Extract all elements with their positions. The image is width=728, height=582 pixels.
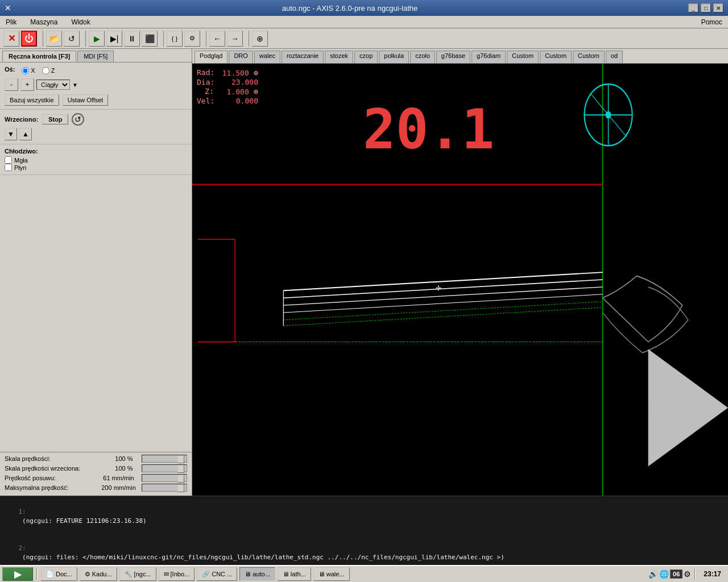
speed-scale-slider[interactable] <box>142 455 187 463</box>
vtab-walec[interactable]: walec <box>254 51 280 63</box>
cursor-position: ✛ <box>436 284 441 292</box>
vtab-custom1[interactable]: Custom <box>507 51 539 63</box>
minimize-button[interactable]: _ <box>688 3 698 13</box>
viewport: Rad: 11.500 ⊕ Dia: 23.000 Z: 1.000 ⊕ <box>192 64 728 496</box>
spindle-scale-label: Skala prędkości wrzeciona: <box>5 465 96 472</box>
vtab-czolo[interactable]: czolo <box>410 51 435 63</box>
vtab-custom2[interactable]: Custom <box>540 51 572 63</box>
spindle-scale-row: Skala prędkości wrzeciona: 100 % <box>5 464 187 472</box>
pause-button[interactable]: ⏸ <box>124 31 140 47</box>
dro-rad-row: Rad: 11.500 ⊕ <box>197 68 258 77</box>
vtab-dro[interactable]: DRO <box>229 51 253 63</box>
vtab-g76diam[interactable]: g76diam <box>471 51 506 63</box>
vtab-czop[interactable]: czop <box>354 51 378 63</box>
step-button[interactable]: ▶| <box>106 31 122 47</box>
axis-x-radio[interactable]: X <box>22 67 35 74</box>
taskbar-app-8[interactable]: 🖥 wale... <box>313 567 350 581</box>
taskbar-app-6[interactable]: 🖥 auto... <box>239 567 275 581</box>
jog-mode-select[interactable]: Ciągły Krok MPG <box>36 80 70 90</box>
jog-dropdown-icon: ▼ <box>72 82 78 88</box>
spindle-scale-value: 100 % <box>105 465 133 472</box>
jog-minus-button[interactable]: - <box>5 78 18 91</box>
app4-icon: ✉ <box>164 571 169 578</box>
move-right-button[interactable]: → <box>227 31 243 47</box>
app-icon: ✕ <box>5 3 11 13</box>
open-file-button[interactable]: 📂 <box>46 31 62 47</box>
stop-button[interactable]: ⬛ <box>142 31 158 47</box>
toolbar-separator-2 <box>82 31 86 47</box>
tab-mdi[interactable]: MDI [F5] <box>77 51 114 62</box>
speed-scale-thumb[interactable] <box>177 455 184 463</box>
title-buttons: _ □ ✕ <box>688 3 723 13</box>
start-button[interactable]: ▶ <box>2 567 33 581</box>
dro-vel-label: Vel: <box>197 97 214 105</box>
ustaw-offset-button[interactable]: Ustaw Offset <box>63 94 109 106</box>
app8-icon: 🖥 <box>318 571 325 577</box>
app1-icon: 📄 <box>46 571 54 578</box>
vtab-custom3[interactable]: Custom <box>573 51 605 63</box>
gcode-num-1: 1: <box>19 508 30 517</box>
axis-z-radio[interactable]: Z <box>42 67 55 74</box>
feed-speed-row: Prędkość posuwu: 61 mm/min <box>5 474 187 482</box>
left-panel: Ręczna kontrola [F3] MDI [F5] Oś: X Z - <box>0 49 192 496</box>
app7-icon: 🖥 <box>283 571 289 577</box>
spindle-plus-button[interactable]: ▲ <box>19 128 32 140</box>
title-left: ✕ <box>5 3 11 13</box>
vtab-podglad[interactable]: Podgląd <box>195 51 228 63</box>
taskbar-app-1[interactable]: 📄 Doc... <box>41 567 77 581</box>
menu-maszyna[interactable]: Maszyna <box>28 17 60 27</box>
menu-pomoc[interactable]: Pomoc <box>699 17 725 27</box>
reload-button[interactable]: ↺ <box>64 31 80 47</box>
axis-section: Oś: X Z - + Ciągły Krok MPG <box>0 63 192 110</box>
close-button[interactable]: ✕ <box>713 3 723 13</box>
menu-plik[interactable]: Plik <box>3 17 19 27</box>
max-speed-thumb[interactable] <box>177 484 184 492</box>
taskbar-app-4[interactable]: ✉ [Inbo... <box>159 567 195 581</box>
spindle-scale-thumb[interactable] <box>177 465 184 473</box>
taskbar-app-7[interactable]: 🖥 lath... <box>278 567 311 581</box>
dro-rad-indicator: ⊕ <box>254 68 258 77</box>
toolbar: ✕ ⏻ 📂 ↺ ▶ ▶| ⏸ ⬛ { } ⚙ ← → ⊕ <box>0 28 728 49</box>
coolant-label: Chłodziwo: <box>5 148 39 155</box>
coolant-mgla[interactable]: Mgła <box>5 156 187 164</box>
tray-icon-network: 🌐 <box>659 569 669 579</box>
close-button[interactable]: ✕ <box>3 31 19 47</box>
bazuj-button[interactable]: Bazuj wszystkie <box>5 94 59 106</box>
jog-plus-button[interactable]: + <box>20 78 34 91</box>
spindle-stop-button[interactable]: Stop <box>42 114 68 124</box>
gcode-line-1: 1: (ngcgui: FEATURE 121106:23.16.38) <box>3 498 725 535</box>
big-number-display: 20.1 <box>363 98 494 161</box>
code-edit-button[interactable]: { } <box>167 31 183 47</box>
touch-off-button[interactable]: ⊕ <box>252 31 268 47</box>
dro-rad-label: Rad: <box>197 68 214 77</box>
settings-button[interactable]: ⚙ <box>184 31 200 47</box>
window-title: auto.ngc - AXIS 2.6.0-pre na ngcgui-lath… <box>11 4 688 13</box>
coolant-plyn[interactable]: Płyn <box>5 164 187 171</box>
vtab-stozek[interactable]: stozek <box>325 51 353 63</box>
taskbar-app-5[interactable]: 🔗 CNC ... <box>197 567 237 581</box>
estop-button[interactable]: ⏻ <box>21 31 37 47</box>
cnc-indicator: 06 <box>670 569 682 579</box>
tab-reczna[interactable]: Ręczna kontrola [F3] <box>2 51 76 62</box>
feed-speed-slider[interactable] <box>142 474 187 482</box>
tray-separator <box>694 568 696 580</box>
system-tray: 🔊 🌐 06 ⚙ <box>648 569 691 579</box>
spindle-minus-button[interactable]: ▼ <box>5 128 17 140</box>
spindle-row: Wrzeciono: Stop ↺ <box>5 113 187 126</box>
taskbar-app-3[interactable]: 🔧 [ngc... <box>119 567 156 581</box>
run-button[interactable]: ▶ <box>89 31 105 47</box>
spindle-cw-button[interactable]: ↺ <box>72 113 84 126</box>
move-left-button[interactable]: ← <box>209 31 225 47</box>
max-speed-slider[interactable] <box>142 484 187 492</box>
clock-display: 23:17 <box>699 570 726 578</box>
vtab-polkula[interactable]: polkula <box>379 51 409 63</box>
menu-widok[interactable]: Widok <box>69 17 92 27</box>
vtab-od[interactable]: od <box>606 51 623 63</box>
tray-icon-volume: 🔊 <box>648 569 658 579</box>
vtab-g76base[interactable]: g76base <box>436 51 470 63</box>
feed-speed-thumb[interactable] <box>177 475 184 483</box>
spindle-scale-slider[interactable] <box>142 464 187 472</box>
maximize-button[interactable]: □ <box>701 3 711 13</box>
taskbar-app-2[interactable]: ⚙ Kadu... <box>80 567 117 581</box>
vtab-roztaczanie[interactable]: roztaczanie <box>282 51 324 63</box>
